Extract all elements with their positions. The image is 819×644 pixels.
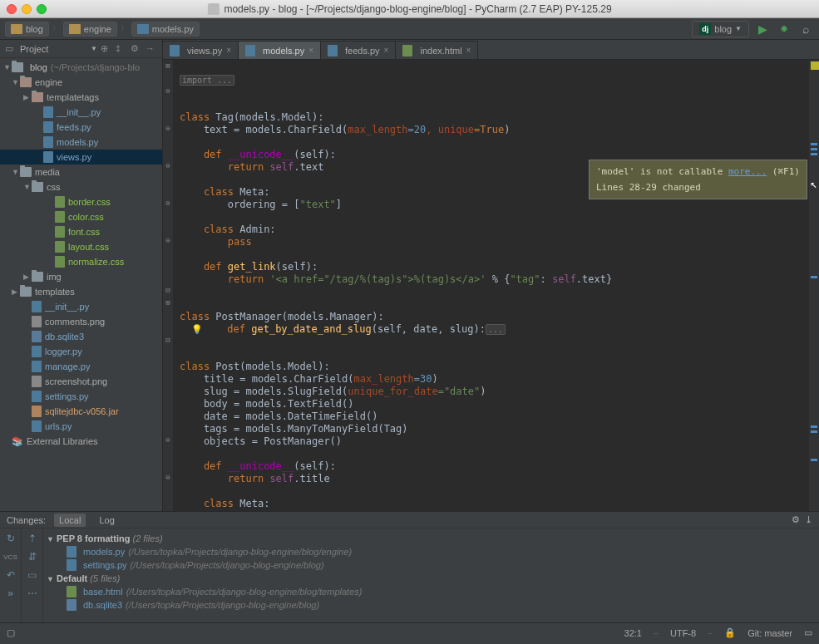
changes-tree[interactable]: ▼ PEP 8 formatting (2 files) models.py (… (43, 528, 819, 622)
tree-item[interactable]: 📚External Libraries (0, 434, 162, 449)
changes-tab-local[interactable]: Local (54, 514, 86, 527)
shelve-icon[interactable]: ▭ (26, 568, 39, 582)
editor-tab[interactable]: models.py× (239, 41, 321, 59)
stripe-change-marker[interactable] (811, 430, 817, 433)
fold-toggle-icon[interactable]: ⊖ (163, 234, 173, 247)
fold-toggle-icon[interactable]: ⊖ (163, 85, 173, 97)
editor-tab[interactable]: feeds.py× (321, 41, 396, 59)
tree-item[interactable]: ▼engine (0, 75, 162, 90)
tree-item[interactable]: border.css (0, 194, 162, 209)
tree-item[interactable]: logger.py (0, 344, 162, 359)
diff-icon[interactable]: ⇵ (26, 550, 39, 563)
tree-item[interactable]: ▼css (0, 179, 162, 194)
tree-item[interactable]: manage.py (0, 359, 162, 374)
change-list-group[interactable]: ▼ PEP 8 formatting (2 files) (47, 532, 816, 545)
close-tab-icon[interactable]: × (308, 46, 313, 55)
intention-bulb-icon[interactable]: 💡 (191, 324, 203, 335)
tree-arrow-icon[interactable]: ▶ (23, 273, 32, 281)
tooltip-more-link[interactable]: more... (728, 166, 767, 177)
changes-tab-log[interactable]: Log (94, 514, 119, 527)
git-branch-selector[interactable]: Git: master (747, 628, 792, 638)
run-button[interactable]: ▶ (754, 21, 771, 37)
changed-file-item[interactable]: settings.py (/Users/topka/Projects/djang… (47, 558, 816, 572)
tree-item[interactable]: sqlitejdbc-v056.jar (0, 404, 162, 419)
hide-icon[interactable]: → (146, 43, 157, 55)
fold-toggle-icon[interactable]: ⊖ (163, 197, 173, 209)
refresh-icon[interactable]: ↻ (4, 532, 17, 545)
inspection-status-icon[interactable] (811, 61, 819, 70)
commit-icon[interactable]: ⇡ (26, 532, 39, 545)
change-list-group[interactable]: ▼ Default (5 files) (47, 572, 816, 585)
rollback-icon[interactable]: ↶ (4, 568, 17, 582)
readonly-toggle-icon[interactable]: 🔒 (724, 627, 736, 638)
error-stripe[interactable] (809, 60, 819, 511)
fold-toggle-icon[interactable]: ⊟ (163, 334, 173, 347)
tree-root[interactable]: ▼ blog (~/Projects/django-blo (0, 60, 162, 75)
tree-arrow-icon[interactable]: ▶ (12, 288, 20, 296)
more-icon[interactable]: ⋯ (26, 587, 39, 600)
close-tab-icon[interactable]: × (226, 46, 231, 55)
search-button[interactable]: ⌕ (797, 21, 814, 37)
debug-button[interactable]: ✸ (776, 21, 792, 37)
tree-arrow-icon[interactable]: ▼ (12, 78, 20, 86)
fold-toggle-icon[interactable]: ⊖ (163, 122, 173, 135)
cursor-position[interactable]: 32:1 (624, 628, 642, 638)
zoom-window-button[interactable] (37, 4, 47, 14)
tree-arrow-icon[interactable]: ▶ (23, 93, 32, 101)
breadcrumb-engine[interactable]: engine (63, 22, 117, 37)
fold-marker[interactable]: ... (486, 324, 506, 335)
close-window-button[interactable] (7, 4, 17, 14)
tool-window-toggle-icon[interactable]: ▢ (7, 627, 15, 638)
tree-item[interactable]: __init__.py (0, 105, 162, 120)
stripe-change-marker[interactable] (811, 276, 817, 278)
tree-item[interactable]: normalize.css (0, 254, 162, 269)
tree-item[interactable]: font.css (0, 224, 162, 239)
tree-item[interactable]: feeds.py (0, 120, 162, 135)
tree-item[interactable]: ▶img (0, 269, 162, 284)
fold-toggle-icon[interactable]: ⊟ (163, 284, 173, 297)
tree-item[interactable]: layout.css (0, 239, 162, 254)
close-tab-icon[interactable]: × (384, 46, 389, 55)
fold-toggle-icon[interactable]: ⊖ (163, 434, 173, 446)
stripe-change-marker[interactable] (811, 148, 817, 150)
tree-item[interactable]: views.py (0, 150, 162, 165)
tree-arrow-icon[interactable]: ▼ (23, 183, 32, 191)
gear-icon[interactable]: ⚙ (131, 43, 142, 55)
scroll-from-source-icon[interactable]: ⊕ (101, 43, 112, 55)
close-tab-icon[interactable]: × (466, 46, 471, 55)
minimize-window-button[interactable] (22, 4, 32, 14)
stripe-change-marker[interactable] (811, 425, 817, 428)
changed-file-item[interactable]: db.sqlite3 (/Users/topka/Projects/django… (47, 598, 816, 612)
changed-file-item[interactable]: models.py (/Users/topka/Projects/django-… (47, 545, 816, 558)
breadcrumb-models[interactable]: models.py (131, 22, 200, 37)
stripe-change-marker[interactable] (811, 143, 817, 145)
code-content[interactable]: import ... class Tag(models.Model): text… (173, 60, 809, 511)
tree-item[interactable]: urls.py (0, 419, 162, 434)
fold-toggle-icon[interactable]: ⊞ (163, 60, 173, 72)
fold-toggle-icon[interactable]: ⊞ (163, 297, 173, 309)
stripe-change-marker[interactable] (811, 153, 817, 155)
tree-item[interactable]: screenshot.png (0, 374, 162, 389)
changed-file-item[interactable]: base.html (/Users/topka/Projects/django-… (47, 585, 816, 598)
tree-item[interactable]: __init__.py (0, 299, 162, 314)
collapse-icon[interactable]: ‡ (116, 43, 127, 55)
project-tree[interactable]: ▼ blog (~/Projects/django-blo ▼engine▶te… (0, 58, 162, 511)
breadcrumb-blog[interactable]: blog (5, 22, 49, 37)
expand-icon[interactable]: » (4, 587, 17, 600)
code-editor[interactable]: ⊞⊖⊖⊖⊖⊖⊟⊞⊟⊖⊖ import ... class Tag(models.… (163, 60, 819, 511)
fold-toggle-icon[interactable]: ⊖ (163, 160, 173, 172)
tree-item[interactable]: ▶templates (0, 284, 162, 299)
encoding-selector[interactable]: UTF-8 (670, 628, 696, 638)
gutter-fold-column[interactable]: ⊞⊖⊖⊖⊖⊖⊟⊞⊟⊖⊖ (163, 60, 173, 511)
tree-item[interactable]: ▼media (0, 165, 162, 179)
tree-item[interactable]: ▶templatetags (0, 90, 162, 105)
tree-item[interactable]: comments.png (0, 314, 162, 329)
run-configuration-selector[interactable]: dj blog ▼ (692, 21, 749, 37)
tree-item[interactable]: models.py (0, 135, 162, 150)
tree-item[interactable]: color.css (0, 209, 162, 224)
hide-icon[interactable]: ⤓ (805, 514, 812, 525)
fold-toggle-icon[interactable]: ⊖ (163, 471, 173, 484)
import-fold[interactable]: import ... (180, 75, 234, 86)
tree-item[interactable]: db.sqlite3 (0, 329, 162, 344)
tree-item[interactable]: settings.py (0, 389, 162, 404)
